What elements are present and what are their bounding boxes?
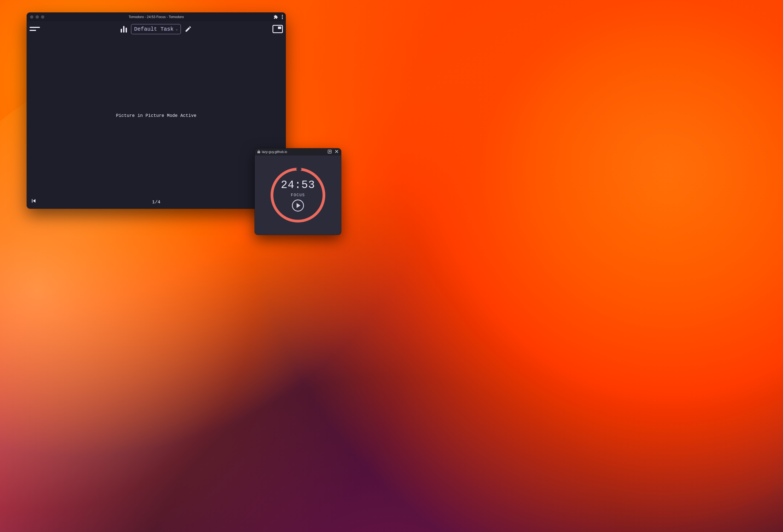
window-titlebar: Tomodoro - 24:53 Focus - Tomodoro [27, 12, 286, 21]
task-dropdown-label: Default Task [134, 26, 174, 32]
play-icon [296, 203, 301, 208]
svg-point-1 [282, 17, 283, 18]
extensions-icon[interactable] [274, 15, 278, 19]
minimize-dot[interactable] [36, 15, 39, 19]
svg-point-2 [282, 18, 283, 19]
pip-toggle-icon[interactable] [273, 25, 283, 33]
window-title: Tomodoro - 24:53 Focus - Tomodoro [27, 15, 286, 19]
return-to-tab-icon[interactable] [328, 150, 332, 154]
svg-rect-3 [30, 27, 40, 28]
svg-rect-4 [30, 30, 36, 31]
cycle-counter: 1/4 [27, 199, 286, 205]
pip-window: lazy-guy.github.io 24:53 FOCUS [255, 148, 341, 235]
window-traffic-lights[interactable] [30, 15, 44, 19]
svg-rect-6 [123, 26, 124, 33]
timer-mode: FOCUS [291, 193, 305, 197]
app-window: Tomodoro - 24:53 Focus - Tomodoro [27, 12, 286, 209]
edit-icon[interactable] [185, 26, 192, 33]
svg-point-0 [282, 15, 283, 16]
pip-active-message: Picture in Picture Mode Active [116, 113, 196, 118]
app-toolbar: Default Task ⌄ [27, 21, 286, 37]
pip-domain: lazy-guy.github.io [262, 150, 287, 154]
svg-rect-5 [121, 29, 122, 33]
svg-rect-7 [126, 28, 127, 33]
svg-rect-9 [278, 27, 281, 29]
task-dropdown[interactable]: Default Task ⌄ [131, 24, 181, 34]
zoom-dot[interactable] [41, 15, 44, 19]
chevron-down-icon: ⌄ [176, 27, 178, 31]
kebab-menu-icon[interactable] [282, 15, 283, 19]
hamburger-menu-icon[interactable] [30, 26, 40, 32]
previous-button[interactable] [30, 197, 37, 205]
close-dot[interactable] [30, 15, 33, 19]
timer-ring: 24:53 FOCUS [269, 166, 327, 224]
timer-time: 24:53 [281, 179, 315, 191]
stats-icon[interactable] [121, 26, 127, 33]
app-footer: 1/4 [27, 195, 286, 209]
play-button[interactable] [292, 199, 304, 212]
pip-body: 24:53 FOCUS [255, 155, 341, 235]
main-content: Picture in Picture Mode Active [27, 37, 286, 195]
close-icon[interactable] [335, 150, 338, 154]
lock-icon [257, 150, 260, 154]
pip-titlebar: lazy-guy.github.io [255, 148, 341, 155]
